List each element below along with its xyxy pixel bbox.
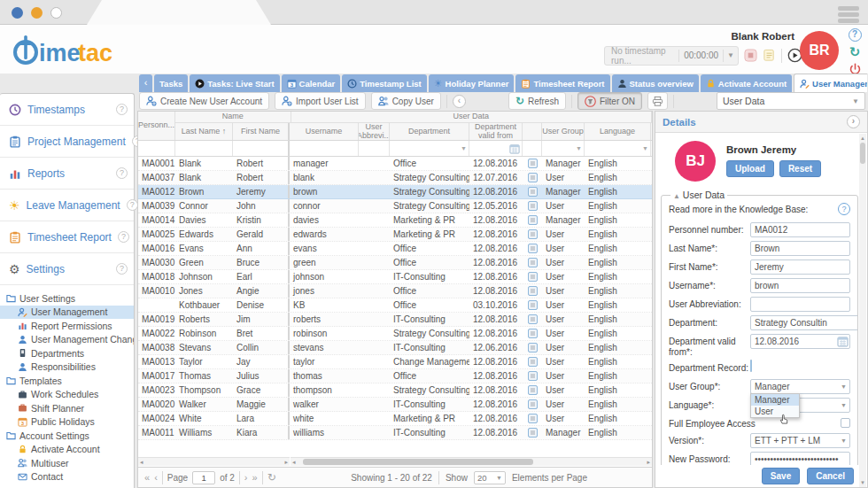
filter-department-valid-from-input[interactable]	[469, 141, 523, 156]
tree-item-public-holidays[interactable]: 3Public Holidays	[0, 415, 134, 430]
collapse-section-icon[interactable]: ▲	[673, 192, 680, 200]
tab-holiday-planner[interactable]: ☀Holiday Planner	[429, 74, 515, 92]
table-row[interactable]: MA0038StevansCollinstevansIT-Consulting1…	[138, 341, 652, 355]
field-input[interactable]: Jeremy	[750, 259, 850, 275]
page-size-select[interactable]: 20 ▼	[474, 471, 506, 484]
table-row[interactable]: MA0023ThompsonGracethompsonStrategy Cons…	[138, 383, 652, 398]
sidebar-item-timesheet-report[interactable]: Timesheet Report?	[0, 221, 134, 253]
chevron-down-icon[interactable]: ▼	[841, 438, 847, 444]
record-icon[interactable]	[528, 286, 538, 296]
refresh-grid-icon[interactable]: ↻	[267, 471, 276, 484]
reset-button[interactable]: Reset	[779, 160, 821, 177]
record-icon[interactable]	[528, 329, 538, 338]
field-input[interactable]	[750, 297, 850, 312]
help-icon[interactable]: ?	[127, 199, 138, 211]
record-icon[interactable]	[528, 314, 538, 324]
sidebar-item-project-management[interactable]: Project Management?	[0, 126, 134, 158]
record-icon[interactable]	[528, 343, 538, 352]
help-icon[interactable]: ?	[116, 263, 128, 275]
help-icon[interactable]: ?	[116, 104, 128, 115]
calendar-icon[interactable]	[837, 336, 849, 347]
table-row[interactable]: MA0037BlankRobertblankStrategy Consultin…	[138, 171, 652, 185]
dropdown-option-manager[interactable]: Manager	[751, 394, 799, 406]
sidebar-item-timestamps[interactable]: Timestamps?	[0, 94, 134, 126]
column-header-user-group[interactable]: User Group	[542, 123, 585, 140]
sidebar-item-leave-management[interactable]: ☀Leave Management?	[0, 190, 134, 221]
tree-item-user-management[interactable]: User Management	[0, 306, 134, 320]
column-header-last-name[interactable]: Last Name ↑	[175, 123, 233, 140]
filter-language-input[interactable]: ▼	[585, 141, 651, 156]
user-avatar[interactable]: BR	[800, 31, 839, 70]
filter-user-abbrevi-input[interactable]	[359, 141, 390, 156]
view-mode-select[interactable]: User Data ▼	[717, 92, 865, 110]
department-record-button[interactable]	[750, 360, 752, 372]
field-input[interactable]: •••••••••••••••••••••••••••	[750, 452, 850, 467]
dropdown-option-user[interactable]: User	[751, 406, 799, 417]
field-input[interactable]: Manager	[750, 379, 850, 394]
record-icon[interactable]	[528, 159, 538, 168]
next-page-button[interactable]: ›	[244, 472, 248, 483]
table-row[interactable]: MA0025EdwardsGeraldedwardsMarketing & PR…	[138, 228, 652, 242]
tree-item-user-management-changelog[interactable]: User Management Changelog	[0, 333, 134, 347]
import-user-list-button[interactable]: Import User List	[275, 92, 366, 110]
field-input[interactable]: Strategy Consultin	[750, 315, 858, 330]
table-row[interactable]: KothbauerDeniseKBOffice03.10.2016UserEng…	[138, 298, 652, 313]
left-pane-hscrollbar[interactable]: ◂▸	[138, 457, 290, 466]
table-row[interactable]: MA0039ConnorJohnconnorStrategy Consultin…	[138, 199, 652, 213]
table-row[interactable]: MA0022RobinsonBretrobinsonStrategy Consu…	[138, 327, 652, 341]
column-header-username[interactable]: Username	[290, 123, 359, 140]
table-row[interactable]: MA0011WilliamsKiarawilliamsIT-Consulting…	[138, 426, 652, 440]
collapse-details-button[interactable]: ›	[847, 115, 860, 128]
tab-user-management[interactable]: User Management×	[794, 74, 867, 92]
refresh-button[interactable]: ↻Refresh	[508, 92, 566, 110]
column-header-department[interactable]: Department	[390, 123, 469, 140]
window-dot-yellow[interactable]	[31, 7, 43, 19]
field-input[interactable]: brown	[750, 278, 850, 293]
field-input[interactable]: MA0012	[750, 222, 850, 237]
edit-note-icon[interactable]	[763, 49, 776, 62]
record-icon[interactable]	[528, 201, 538, 211]
collapse-panel-button[interactable]: ‹	[453, 95, 466, 108]
knowledge-base-help-icon[interactable]: ?	[838, 203, 850, 215]
browser-tab[interactable]	[87, 0, 271, 25]
record-icon[interactable]	[528, 187, 538, 197]
record-icon[interactable]	[528, 258, 538, 267]
table-row[interactable]: MA0001BlankRobertmanagerOffice12.08.2016…	[138, 157, 652, 171]
tree-item-work-schedules[interactable]: Work Schedules	[0, 388, 134, 402]
tab-timestamp-list[interactable]: Timestamp List	[342, 74, 427, 92]
record-icon[interactable]	[528, 300, 538, 310]
record-icon[interactable]	[528, 385, 538, 395]
record-icon[interactable]	[528, 173, 538, 182]
first-page-button[interactable]: «	[144, 472, 150, 483]
record-icon[interactable]	[528, 272, 538, 282]
filter-first-name-input[interactable]	[233, 141, 290, 156]
tab-timesheet-report[interactable]: Timesheet Report	[515, 74, 609, 92]
tree-item-account-settings[interactable]: Account Settings	[0, 429, 134, 443]
table-row[interactable]: MA0030GreenBrucegreenOffice12.08.2016Use…	[138, 256, 652, 270]
column-header-personnel[interactable]: Personn...	[138, 112, 175, 140]
column-header-language[interactable]: Language	[585, 123, 651, 140]
chevron-down-icon[interactable]: ▼	[841, 402, 847, 408]
cancel-button[interactable]: Cancel	[807, 468, 854, 484]
print-button[interactable]	[647, 92, 668, 110]
table-row[interactable]: MA0010JonesAngiejonesOffice12.08.2016Use…	[138, 284, 652, 298]
table-row[interactable]: MA0018JohnsonEarljohnsonIT-Consulting12.…	[138, 270, 652, 284]
record-icon[interactable]	[528, 244, 538, 253]
field-input[interactable]: ETT + PTT + LM	[750, 433, 850, 448]
table-row[interactable]: MA0024WhiteLarawhiteMarketing & PR12.08.…	[138, 412, 652, 426]
create-new-user-account-button[interactable]: Create New User Account	[139, 92, 269, 110]
details-scrollbar[interactable]: ▲▼	[859, 134, 866, 487]
prev-page-button[interactable]: ‹	[154, 472, 158, 483]
full-employee-access-checkbox[interactable]	[841, 418, 850, 428]
help-icon[interactable]: ?	[849, 28, 862, 42]
table-row[interactable]: MA0020WalkerMaggiewalkerIT-Consulting12.…	[138, 398, 652, 412]
column-header-user-abbrevi[interactable]: User Abbrevi...	[359, 123, 390, 140]
field-input[interactable]: 12.08.2016	[750, 334, 850, 349]
table-row[interactable]: MA0012BrownJeremybrownStrategy Consultin…	[138, 185, 652, 199]
filter-department-input[interactable]: ▼	[390, 141, 469, 156]
column-header-department-valid-from[interactable]: Department valid from	[469, 123, 523, 140]
record-icon[interactable]	[528, 399, 538, 409]
record-icon[interactable]	[528, 357, 538, 367]
table-row[interactable]: MA0016EvansAnnevansOffice12.08.2016UserE…	[138, 242, 652, 256]
tree-item-activate-account[interactable]: Activate Account	[0, 443, 134, 457]
